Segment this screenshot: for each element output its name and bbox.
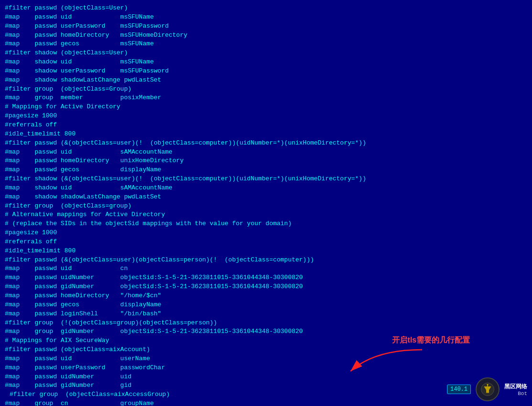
- terminal-line: #filter passwd (objectClass=User): [5, 4, 527, 13]
- terminal-line: #map passwd uid sAMAccountName: [5, 148, 527, 157]
- terminal-line: #map passwd userPassword msSFUPassword: [5, 22, 527, 31]
- terminal-line: #referrals off: [5, 121, 527, 130]
- bot-label: Bot: [504, 391, 527, 396]
- terminal-line: #filter passwd (objectClass=aixAccount): [5, 345, 527, 354]
- code-content: #filter passwd (objectClass=User)#map pa…: [5, 4, 527, 406]
- terminal-line: #filter group (objectClass=group): [5, 202, 527, 211]
- terminal-line: #map group member posixMember: [5, 94, 527, 103]
- svg-point-4: [487, 384, 489, 385]
- terminal-line: # Mappings for AIX SecureWay: [5, 336, 527, 345]
- terminal-line: #pagesize 1000: [5, 112, 527, 121]
- terminal-line: #map shadow uid msSFUName: [5, 58, 527, 67]
- terminal-line: #pagesize 1000: [5, 229, 527, 238]
- terminal-line: # Mappings for Active Directory: [5, 103, 527, 112]
- version-badge: 140.1: [447, 385, 471, 394]
- terminal-line: #filter shadow (objectClass=User): [5, 49, 527, 58]
- terminal-line: #filter passwd (&(objectClass=user)(obje…: [5, 256, 527, 265]
- terminal-line: #map passwd homeDirectory msSFUHomeDirec…: [5, 31, 527, 40]
- site-info: 黑区网络 Bot: [504, 383, 527, 396]
- terminal-line: #map passwd uid cn: [5, 264, 527, 273]
- terminal-line: #map group gidNumber objectSid:S-1-5-21-…: [5, 327, 527, 336]
- terminal-line: #map passwd homeDirectory unixHomeDirect…: [5, 156, 527, 166]
- terminal-line: #map shadow shadowLastChange pwdLastSet: [5, 193, 527, 202]
- terminal-line: #filter group (!(objectClass=group)(obje…: [5, 319, 527, 328]
- terminal-line: #filter shadow (&(objectClass=user)(! (o…: [5, 175, 527, 184]
- terminal-line: #map passwd uid msSFUName: [5, 13, 527, 22]
- bottom-right: 140.1 黑区网络 Bot: [447, 377, 527, 401]
- terminal: #filter passwd (objectClass=User)#map pa…: [0, 0, 532, 406]
- terminal-line: #map shadow shadowLastChange pwdLastSet: [5, 76, 527, 85]
- terminal-line: #map passwd uid userName: [5, 354, 527, 364]
- terminal-line: #map passwd loginShell "/bin/bash": [5, 310, 527, 319]
- terminal-line: #map shadow userPassword msSFUPassword: [5, 67, 527, 76]
- terminal-line: #map passwd uidNumber objectSid:S-1-5-21…: [5, 273, 527, 282]
- terminal-line: #map passwd gecos msSFUName: [5, 40, 527, 49]
- terminal-line: #referrals off: [5, 238, 527, 247]
- terminal-line: #map passwd gidNumber objectSid:S-1-5-21…: [5, 282, 527, 291]
- terminal-line: #idle_timelimit 800: [5, 247, 527, 256]
- bot-avatar: [476, 377, 500, 401]
- version-info: 140.1: [447, 385, 471, 394]
- terminal-line: #filter group (objectClass=Group): [5, 85, 527, 94]
- terminal-line: #map passwd gecos displayName: [5, 166, 527, 175]
- terminal-line: #map passwd gecos displayName: [5, 301, 527, 310]
- terminal-line: # (replace the SIDs in the objectSid map…: [5, 219, 527, 229]
- terminal-line: #map passwd homeDirectory "/home/$cn": [5, 291, 527, 301]
- terminal-line: #filter passwd (&(objectClass=user)(! (o…: [5, 139, 527, 148]
- terminal-line: #idle_timelimit 800: [5, 130, 527, 139]
- site-name: 黑区网络: [504, 383, 527, 391]
- bot-icon: [480, 382, 495, 396]
- terminal-line: # Alternative mappings for Active Direct…: [5, 210, 527, 219]
- terminal-line: #map shadow uid sAMAccountName: [5, 184, 527, 193]
- terminal-line: #map passwd userPassword passwordChar: [5, 364, 527, 373]
